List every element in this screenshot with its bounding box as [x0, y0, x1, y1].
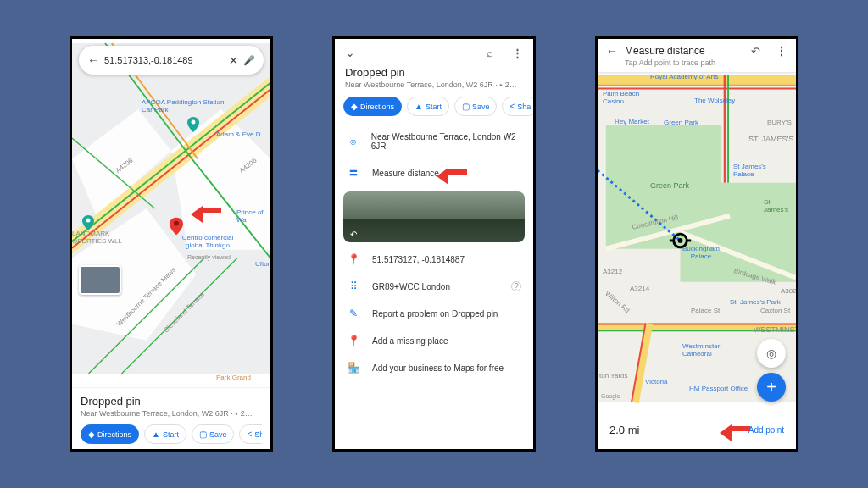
map-label: Royal Academy of Arts: [650, 73, 718, 80]
map-label: A302: [781, 287, 797, 295]
tutorial-arrow-icon: [437, 162, 467, 180]
map-label: A3214: [630, 285, 649, 292]
svg-point-15: [174, 221, 179, 226]
address-row[interactable]: ⌾ Near Westbourne Terrace, London W2 6JR: [335, 125, 533, 158]
map-label-adam: Adam & Eve D: [216, 130, 260, 138]
svg-point-32: [678, 238, 683, 243]
svg-point-13: [192, 120, 196, 125]
pencil-icon: ✎: [347, 308, 360, 319]
map-label-landmark: LANDMARK OPERTIES WLL: [72, 230, 123, 245]
report-problem-row[interactable]: ✎ Report a problem on Dropped pin: [335, 300, 533, 327]
map-label: Palace St: [691, 307, 720, 314]
tutorial-arrow-icon: [191, 200, 221, 219]
map-label: Green Park: [664, 119, 698, 126]
map-label: Hey Market: [615, 118, 649, 125]
dropped-pin-icon: [170, 217, 183, 236]
pluscode-icon: ⠿: [347, 280, 360, 292]
map-label-prince: Prince of Wa: [236, 208, 270, 224]
directions-icon: ◆: [88, 430, 95, 439]
undo-icon[interactable]: ↶: [751, 45, 760, 58]
map-label: WESTMINSTE: [754, 325, 798, 334]
measure-footer: 2.0 mi Add point: [598, 410, 796, 449]
place-subtitle: Near Westbourne Terrace, London, W2 6JR …: [81, 409, 262, 419]
help-icon[interactable]: ?: [511, 281, 521, 291]
add-missing-row[interactable]: 📍 Add a missing place: [335, 327, 533, 354]
detail-header: ⌄ ⌕ ⋮: [335, 39, 533, 66]
ruler-icon: 〓: [347, 166, 360, 180]
map-label: St James's Palace: [733, 163, 780, 178]
place-subtitle: Near Westbourne Terrace, London, W2 6JR …: [335, 80, 533, 90]
locate-button[interactable]: ◎: [757, 339, 786, 368]
back-icon[interactable]: ←: [87, 53, 99, 67]
clear-icon[interactable]: ✕: [229, 54, 238, 67]
overflow-icon[interactable]: ⋮: [512, 47, 523, 59]
coords-row[interactable]: 📍 51.5173127, -0.1814887: [335, 246, 533, 273]
tutorial-arrow-icon: [720, 419, 750, 437]
measure-subtitle: Tap Add point to trace path: [625, 58, 787, 67]
action-row: ◆Directions ▲Start ▢Save <Sha: [335, 97, 533, 125]
pluscode-row[interactable]: ⠿ GR89+WCC London ?: [335, 273, 533, 300]
measure-distance-row[interactable]: 〓 Measure distance: [335, 158, 533, 188]
map-label-ufton: Ufton: [255, 260, 271, 268]
search-bar[interactable]: ← 51.517313,-0.181489 ✕ 🎤: [79, 46, 264, 75]
poi-pin: [82, 215, 94, 230]
streetview-preview[interactable]: [343, 191, 525, 242]
add-point-button[interactable]: Add point: [748, 425, 784, 435]
map-label: Palm Beach Casino: [603, 90, 641, 105]
save-button[interactable]: ▢Save: [192, 424, 235, 444]
measure-header: ← Measure distance ↶ ⋮ Tap Add point to …: [598, 39, 796, 72]
bookmark-icon: ▢: [199, 430, 207, 439]
svg-point-14: [86, 219, 91, 223]
map-label-recent: Recently viewed: [187, 254, 231, 260]
phone-screen-3: ← Measure distance ↶ ⋮ Tap Add point to …: [595, 36, 798, 452]
search-input[interactable]: 51.517313,-0.181489: [104, 55, 224, 65]
share-icon: <: [247, 430, 252, 439]
map-canvas-1[interactable]: APCOA Paddington Station Car Park Adam &…: [72, 39, 270, 378]
bookmark-icon: ▢: [462, 102, 470, 111]
action-row: ◆Directions ▲Start ▢Save <Sha: [81, 424, 262, 444]
place-title: Dropped pin: [81, 395, 262, 408]
save-button[interactable]: ▢Save: [454, 97, 498, 116]
map-label: HM Passport Office: [689, 385, 748, 392]
map-label-centro: Centro comercial global Thinkgo: [174, 234, 242, 249]
directions-button[interactable]: ◆Directions: [81, 424, 139, 444]
share-button[interactable]: <Sha: [502, 97, 533, 116]
map-label: ton Yards: [599, 372, 628, 380]
bottom-sheet[interactable]: Dropped pin Near Westbourne Terrace, Lon…: [72, 387, 270, 449]
overflow-icon[interactable]: ⋮: [776, 44, 787, 58]
back-icon[interactable]: ←: [606, 44, 618, 58]
start-icon: ▲: [415, 102, 423, 111]
map-label-parkgrand: Park Grand: [216, 374, 251, 381]
search-icon[interactable]: ⌕: [487, 47, 493, 59]
measure-title: Measure distance: [625, 45, 744, 57]
map-label: Green Park: [650, 181, 689, 190]
place-title: Dropped pin: [335, 66, 533, 79]
voice-icon[interactable]: 🎤: [243, 55, 255, 66]
phone-screen-2: ⌄ ⌕ ⋮ Dropped pin Near Westbourne Terrac…: [332, 36, 536, 452]
map-label: St James's: [764, 198, 796, 214]
start-icon: ▲: [152, 430, 160, 439]
share-button[interactable]: <Sha: [239, 424, 262, 444]
phone-screen-1: APCOA Paddington Station Car Park Adam &…: [70, 36, 273, 452]
share-icon: <: [509, 102, 515, 111]
map-label: The Wolseley: [694, 97, 735, 104]
start-button[interactable]: ▲Start: [144, 424, 186, 444]
map-label-parking: APCOA Paddington Station Car Park: [142, 98, 235, 114]
start-button[interactable]: ▲Start: [407, 97, 449, 116]
map-label: Google: [601, 393, 620, 399]
directions-icon: ◆: [351, 102, 358, 111]
add-place-icon: 📍: [347, 335, 360, 347]
pin-filled-icon: 📍: [347, 253, 360, 265]
directions-button[interactable]: ◆Directions: [343, 97, 402, 116]
add-business-row[interactable]: 🏪 Add your business to Maps for free: [335, 354, 533, 381]
streetview-thumbnail[interactable]: [79, 265, 121, 295]
poi-pin: [187, 117, 199, 132]
map-label: Victoria: [645, 378, 668, 385]
map-label: ST. JAMES'S: [748, 135, 793, 143]
storefront-icon: 🏪: [347, 362, 360, 374]
pin-outline-icon: ⌾: [347, 136, 359, 147]
map-label: Buckingham Palace: [676, 245, 726, 260]
distance-value: 2.0 mi: [609, 424, 639, 436]
collapse-icon[interactable]: ⌄: [345, 46, 355, 59]
add-fab[interactable]: +: [757, 373, 786, 402]
